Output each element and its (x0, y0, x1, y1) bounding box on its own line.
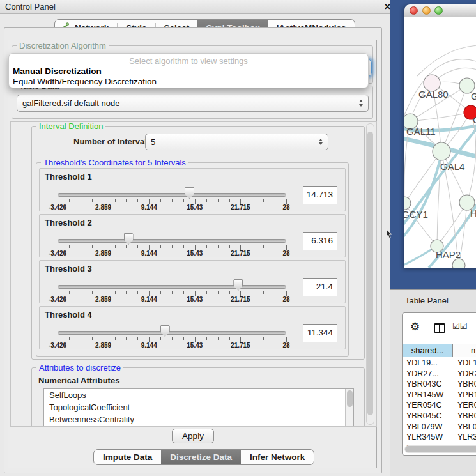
slider-tick-labels: -3.4262.8599.14415.4321.71528 (58, 204, 286, 211)
threshold-group: Threshold 1-3.4262.8599.14415.4321.71528… (39, 168, 346, 211)
threshold-group: Threshold 4-3.4262.8599.14415.4321.71528… (39, 306, 346, 349)
table-body: YDL19...YDL1YDR27...YDR2YBR043CYBR0YPR14… (403, 358, 476, 455)
tab-discretize-data[interactable]: Discretize Data (161, 450, 241, 464)
discretization-algorithm-title: Discretization Algorithm (17, 41, 109, 50)
table-panel: Table Panel ⚙ ☑☑ shared... n YDL19...YDL… (390, 289, 476, 476)
numerical-attributes-list[interactable]: SelfLoopsTopologicalCoefficientBetweenne… (43, 388, 354, 427)
network-edge (417, 45, 476, 76)
threshold-label: Threshold 2 (45, 218, 92, 227)
slider-thumb[interactable] (124, 233, 134, 245)
slider-tick-labels: -3.4262.8599.14415.4321.71528 (58, 342, 286, 349)
table-horizontal-scrollbar[interactable] (404, 445, 476, 453)
tab-infer-network[interactable]: Infer Network (241, 450, 314, 464)
table-row[interactable]: YDR27...YDR2 (403, 369, 476, 380)
table-row[interactable]: YBL079WYBL0 (403, 422, 476, 433)
algorithm-option-equal-width[interactable]: Equal Width/Frequency Discretization (13, 77, 157, 86)
settings-scroll-area: Interval Definition Number of Intervals … (10, 121, 377, 427)
threshold-group: Threshold 3-3.4262.8599.14415.4321.71528… (39, 260, 346, 303)
table-header-row: shared... n (403, 344, 476, 357)
node-label: GAL80 (418, 89, 449, 100)
threshold-value-field[interactable]: 21.4 (303, 278, 337, 296)
table-data-combobox[interactable]: galFiltered.sif default node (17, 95, 369, 112)
node-label: GAL4 (440, 161, 464, 172)
minimize-window-icon[interactable] (422, 6, 431, 15)
threshold-value-field[interactable]: 6.316 (303, 232, 337, 250)
settings-vertical-scrollbar[interactable] (366, 123, 374, 425)
algorithm-hint-item[interactable]: Select algorithm to view settings (9, 56, 368, 66)
table-row[interactable]: YBR043CYBR0 (403, 379, 476, 390)
number-of-intervals-spinner[interactable]: 5 (145, 134, 328, 150)
attribute-list-item[interactable]: SelfLoops (44, 389, 353, 401)
interval-definition-title: Interval Definition (36, 121, 105, 131)
slider-track[interactable] (58, 331, 286, 335)
network-view-window: GAL80GACGAL11GAL4GCY1HHAP2 (404, 4, 476, 268)
mouse-cursor (386, 229, 393, 239)
cyni-subtabs: Impute Data Discretize Data Infer Networ… (93, 449, 314, 465)
control-panel-title: Control Panel (5, 0, 56, 14)
threshold-value-field[interactable]: 14.713 (303, 186, 337, 204)
attributes-title: Attributes to discretize (36, 363, 123, 372)
table-row[interactable]: YPR145WYPR1 (403, 390, 476, 401)
zoom-window-icon[interactable] (434, 6, 443, 15)
float-panel-icon[interactable] (374, 4, 380, 10)
slider-thumb[interactable] (233, 279, 243, 291)
tab-impute-data[interactable]: Impute Data (94, 450, 161, 464)
column-header-shared[interactable]: shared... (403, 344, 453, 357)
table-row[interactable]: YLR345WYLR3 (403, 432, 476, 443)
close-window-icon[interactable] (410, 6, 418, 15)
threshold-value-field[interactable]: 11.344 (303, 324, 337, 342)
algorithm-dropdown-popup: Select algorithm to view settings Manual… (8, 53, 369, 88)
network-node[interactable] (404, 197, 411, 210)
scrollbar-thumb[interactable] (347, 390, 353, 407)
network-edge (410, 112, 471, 121)
slider-track[interactable] (58, 193, 286, 197)
thresholds-fieldset: Threshold's Coordinates for 5 Intervals … (36, 162, 349, 357)
gear-icon[interactable]: ⚙ (410, 321, 420, 332)
attributes-fieldset: Attributes to discretize Numerical Attri… (31, 367, 365, 427)
apply-button[interactable]: Apply (172, 429, 214, 443)
split-columns-icon[interactable] (434, 323, 445, 333)
network-canvas[interactable]: GAL80GACGAL11GAL4GCY1HHAP2 (404, 17, 476, 268)
attributes-list-scrollbar[interactable] (345, 389, 353, 427)
node-label: H (470, 208, 476, 219)
spinner-arrows-icon (319, 139, 323, 146)
threshold-group: Threshold 2-3.4262.8599.14415.4321.71528… (39, 214, 346, 257)
threshold-label: Threshold 1 (45, 172, 92, 181)
table-row[interactable]: YDL19...YDL1 (403, 358, 476, 369)
node-label: GCY1 (404, 209, 428, 220)
attribute-list-item[interactable]: TopologicalCoefficient (44, 401, 353, 413)
application-window: Control Panel ✕ Network Style Select Cyn… (0, 0, 476, 476)
scrollbar-thumb[interactable] (367, 132, 373, 415)
combo-arrows-icon (359, 100, 363, 107)
threshold-label: Threshold 4 (45, 310, 92, 319)
node-label: C (473, 114, 476, 125)
algorithm-option-manual[interactable]: Manual Discretization (13, 66, 102, 76)
scrollbar-thumb[interactable] (405, 446, 476, 452)
table-panel-title: Table Panel (405, 296, 449, 305)
table-data-value: galFiltered.sif default node (22, 98, 359, 108)
slider-thumb[interactable] (160, 325, 170, 337)
node-table-frame: ⚙ ☑☑ shared... n YDL19...YDL1YDR27...YDR… (402, 312, 476, 456)
network-node[interactable] (452, 259, 465, 268)
network-node[interactable] (433, 142, 450, 160)
column-header-name[interactable]: n (453, 344, 476, 357)
threshold-label: Threshold 3 (45, 264, 92, 273)
slider-thumb[interactable] (185, 187, 194, 199)
slider-track[interactable] (58, 285, 286, 289)
interval-definition-fieldset: Interval Definition Number of Intervals … (31, 126, 365, 360)
node-label: GA (471, 91, 476, 102)
number-of-intervals-value: 5 (151, 137, 319, 147)
select-columns-icon[interactable]: ☑☑ (452, 321, 467, 331)
node-label: GAL11 (406, 126, 436, 137)
attribute-list-item[interactable]: BetweennessCentrality (44, 413, 353, 426)
node-label: HAP2 (436, 249, 461, 260)
slider-tick-labels: -3.4262.8599.14415.4321.71528 (58, 250, 286, 257)
slider-tick-labels: -3.4262.8599.14415.4321.71528 (58, 296, 286, 303)
control-panel-titlebar: Control Panel (0, 0, 391, 14)
table-row[interactable]: YBR045CYBR0 (403, 411, 476, 422)
slider-track[interactable] (58, 239, 286, 243)
table-row[interactable]: YER054CYER0 (403, 400, 476, 411)
numerical-attributes-label: Numerical Attributes (38, 376, 119, 385)
number-of-intervals-label: Number of Intervals (73, 137, 151, 146)
network-window-titlebar[interactable] (404, 4, 476, 17)
